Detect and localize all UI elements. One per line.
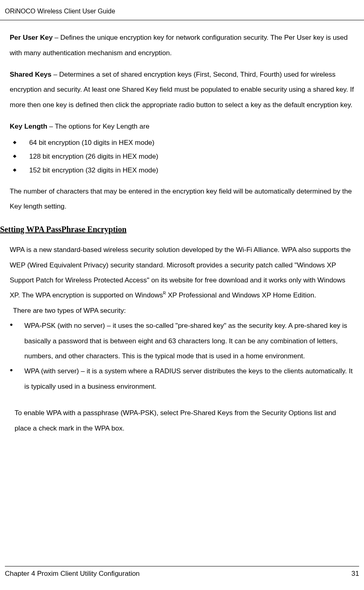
page-footer: Chapter 4 Proxim Client Utility Configur…	[5, 566, 359, 579]
wpa-intro-text-2: XP Professional and Windows XP Home Edit…	[166, 291, 316, 299]
wpa-types-list: WPA-PSK (with no server) – it uses the s…	[10, 318, 354, 394]
list-item-text: 152 bit encryption (32 digits in HEX mod…	[29, 166, 158, 174]
list-item: 152 bit encryption (32 digits in HEX mod…	[10, 164, 354, 177]
key-length-list: 64 bit encryption (10 digits in HEX mode…	[10, 136, 354, 177]
key-length-text: – The options for Key Length are	[47, 123, 150, 130]
footer-chapter: Chapter 4 Proxim Client Utility Configur…	[5, 569, 140, 579]
list-item-text: 128 bit encryption (26 digits in HEX mod…	[29, 153, 158, 160]
after-key-length-para: The number of characters that may be ent…	[10, 184, 354, 214]
per-user-key-label: Per User Key	[10, 34, 53, 41]
after-key-length-text: The number of characters that may be ent…	[10, 187, 352, 210]
list-item-text: WPA-PSK (with no server) – it uses the s…	[24, 322, 347, 360]
key-length-label: Key Length	[10, 123, 47, 130]
wpa-types-intro-text: There are two types of WPA security:	[13, 307, 126, 314]
per-user-key-text: – Defines the unique encryption key for …	[10, 34, 348, 56]
page-content: Per User Key – Defines the unique encryp…	[0, 30, 364, 436]
list-item: WPA-PSK (with no server) – it uses the s…	[10, 318, 354, 364]
list-item-text: WPA (with server) – it is a system where…	[24, 367, 353, 390]
list-item: 128 bit encryption (26 digits in HEX mod…	[10, 150, 354, 164]
shared-keys-para: Shared Keys – Determines a set of shared…	[10, 67, 354, 112]
final-para: To enable WPA with a passphrase (WPA-PSK…	[10, 405, 354, 436]
shared-keys-label: Shared Keys	[10, 71, 51, 78]
final-para-text: To enable WPA with a passphrase (WPA-PSK…	[15, 409, 336, 432]
list-item-text: 64 bit encryption (10 digits in HEX mode…	[29, 139, 154, 146]
shared-keys-text: – Determines a set of shared encryption …	[10, 71, 354, 109]
page-header: ORiNOCO Wireless Client User Guide	[0, 0, 364, 20]
list-item: WPA (with server) – it is a system where…	[10, 364, 354, 394]
list-item: 64 bit encryption (10 digits in HEX mode…	[10, 136, 354, 150]
section-heading-text: Setting WPA PassPhrase Encryption	[0, 225, 126, 234]
footer-page-number: 31	[351, 569, 359, 579]
key-length-para: Key Length – The options for Key Length …	[10, 119, 354, 134]
wpa-intro-para: WPA is a new standard-based wireless sec…	[10, 242, 354, 303]
wpa-block: WPA is a new standard-based wireless sec…	[10, 242, 354, 318]
section-heading-wpa: Setting WPA PassPhrase Encryption	[0, 224, 354, 235]
wpa-types-intro: There are two types of WPA security:	[13, 303, 354, 318]
header-title: ORiNOCO Wireless Client User Guide	[5, 8, 115, 15]
per-user-key-para: Per User Key – Defines the unique encryp…	[10, 30, 354, 60]
